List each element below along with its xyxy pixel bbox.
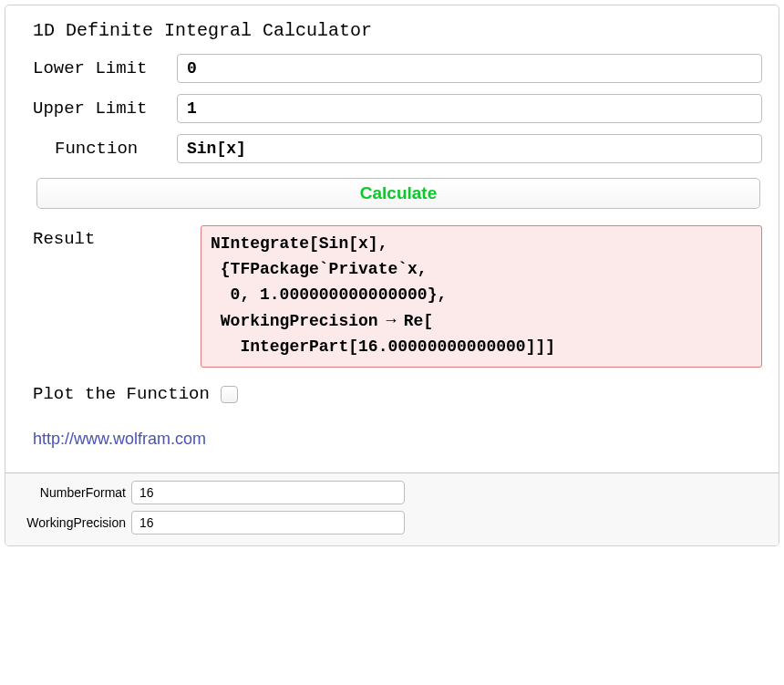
function-input[interactable]: [177, 134, 762, 163]
result-label: Result: [33, 225, 193, 249]
result-output: NIntegrate[Sin[x], {TFPackage`Private`x,…: [201, 225, 762, 368]
page-title: 1D Definite Integral Calculator: [33, 20, 762, 41]
result-line-3: 0, 1.000000000000000},: [211, 285, 447, 304]
row-number-format: NumberFormat: [18, 481, 766, 504]
wolfram-link[interactable]: http://www.wolfram.com: [33, 430, 206, 449]
result-line-4a: WorkingPrecision: [211, 312, 378, 330]
row-plot-function: Plot the Function: [33, 384, 762, 404]
plot-function-checkbox[interactable]: [221, 386, 238, 403]
upper-limit-label: Upper Limit: [33, 99, 170, 119]
lower-limit-label: Lower Limit: [33, 58, 170, 78]
number-format-label: NumberFormat: [18, 485, 126, 500]
row-lower-limit: Lower Limit: [33, 54, 762, 83]
row-function: Function: [55, 134, 762, 163]
lower-limit-input[interactable]: [177, 54, 762, 83]
number-format-input[interactable]: [131, 481, 405, 504]
settings-panel: NumberFormat WorkingPrecision: [5, 472, 779, 545]
result-line-1: NIntegrate[Sin[x],: [211, 234, 387, 253]
working-precision-input[interactable]: [131, 511, 405, 535]
main-panel: 1D Definite Integral Calculator Lower Li…: [5, 5, 779, 472]
calculate-button[interactable]: Calculate: [36, 178, 760, 209]
row-working-precision: WorkingPrecision: [18, 511, 766, 535]
rule-arrow-icon: →: [378, 311, 404, 329]
function-label: Function: [55, 139, 170, 159]
result-line-4b: Re[: [404, 312, 433, 330]
upper-limit-input[interactable]: [177, 94, 762, 123]
plot-function-label: Plot the Function: [33, 384, 210, 404]
result-line-2: {TFPackage`Private`x,: [211, 260, 428, 278]
row-upper-limit: Upper Limit: [33, 94, 762, 123]
row-result: Result NIntegrate[Sin[x], {TFPackage`Pri…: [33, 225, 762, 368]
result-line-5: IntegerPart[16.00000000000000]]]: [211, 337, 555, 356]
calculator-panel: 1D Definite Integral Calculator Lower Li…: [5, 5, 779, 546]
working-precision-label: WorkingPrecision: [18, 515, 126, 530]
